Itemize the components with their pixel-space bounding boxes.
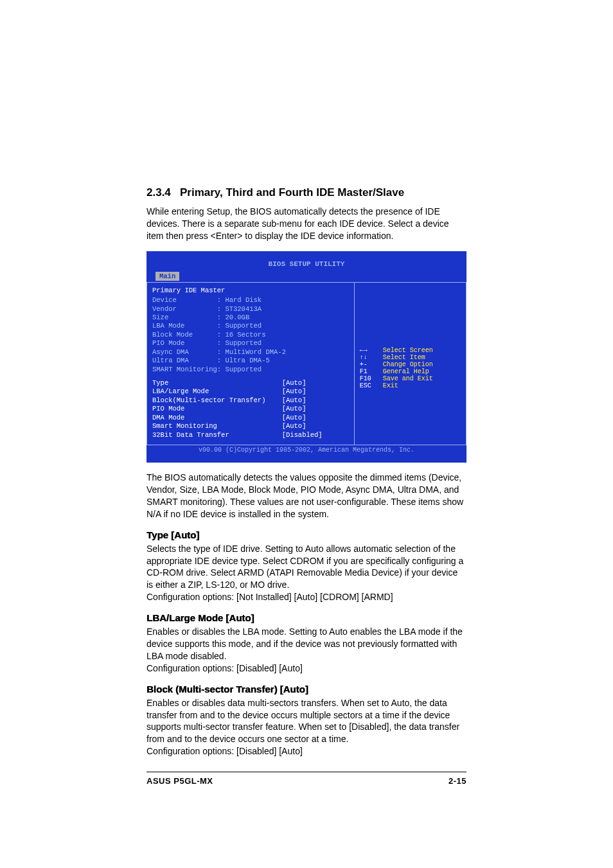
section-number: 2.3.4 <box>147 186 171 199</box>
bios-help-list: ←→ Select Screen↑↓ Select Item+- Change … <box>360 347 461 389</box>
bios-option-row: DMA Mode [Auto] <box>152 414 349 422</box>
bios-option-row: Block(Multi-sector Transfer) [Auto] <box>152 396 349 405</box>
bios-title-bar: BIOS SETUP UTILITY <box>147 260 466 269</box>
bios-info-row: LBA Mode : Supported <box>152 322 349 330</box>
option-title: Block (Multi-sector Transfer) [Auto] <box>147 684 466 695</box>
bios-info-row: Ultra DMA : Ultra DMA-5 <box>152 357 349 365</box>
after-bios-paragraph: The BIOS automatically detects the value… <box>147 472 466 520</box>
bios-help-key: F1 <box>360 368 383 375</box>
bios-info-row: PIO Mode : Supported <box>152 339 349 348</box>
bios-help-desc: Change Option <box>383 361 433 368</box>
page: 2.3.4 Primary, Third and Fourth IDE Mast… <box>0 0 613 786</box>
footer-right: 2-15 <box>449 776 466 786</box>
bios-help-row: ESC Exit <box>360 382 461 389</box>
bios-copyright: v00.00 (C)Copyright 1985-2002, American … <box>147 445 466 454</box>
bios-help-row: ↑↓ Select Item <box>360 354 461 361</box>
option-body: Selects the type of IDE drive. Setting t… <box>147 543 466 603</box>
bios-help-desc: Exit <box>383 382 398 389</box>
bios-info-row: Device : Hard Disk <box>152 296 349 305</box>
bios-info-row: Vendor : ST320413A <box>152 305 349 314</box>
page-footer: ASUS P5GL-MX 2-15 <box>147 772 466 786</box>
footer-left: ASUS P5GL-MX <box>147 776 213 786</box>
bios-info-row: Async DMA : MultiWord DMA-2 <box>152 348 349 357</box>
bios-help-row: +- Change Option <box>360 361 461 368</box>
bios-info-row: SMART Monitoring: Supported <box>152 366 349 374</box>
options-container: Type [Auto]Selects the type of IDE drive… <box>147 529 466 757</box>
intro-paragraph: While entering Setup, the BIOS automatic… <box>147 206 466 242</box>
bios-help-row: F10 Save and Exit <box>360 375 461 382</box>
bios-right-panel: ←→ Select Screen↑↓ Select Item+- Change … <box>355 282 466 445</box>
option-body: Enables or disables data multi-sectors t… <box>147 697 466 757</box>
bios-help-key: F10 <box>360 375 383 382</box>
bios-option-row: Smart Monitoring [Auto] <box>152 422 349 430</box>
bios-help-row: ←→ Select Screen <box>360 347 461 354</box>
bios-option-row: 32Bit Data Transfer [Disabled] <box>152 431 349 439</box>
bios-tab-row: Main <box>147 269 466 282</box>
bios-option-row: PIO Mode [Auto] <box>152 405 349 413</box>
bios-help-key: ↑↓ <box>360 354 383 361</box>
bios-help-key: ESC <box>360 382 383 389</box>
bios-option-row: LBA/Large Mode [Auto] <box>152 387 349 396</box>
section-heading: 2.3.4 Primary, Third and Fourth IDE Mast… <box>147 186 466 199</box>
section-title-text: Primary, Third and Fourth IDE Master/Sla… <box>180 186 404 199</box>
bios-help-row: F1 General Help <box>360 368 461 375</box>
bios-option-list: Type [Auto]LBA/Large Mode [Auto]Block(Mu… <box>152 379 349 439</box>
bios-panel-title: Primary IDE Master <box>152 287 349 295</box>
bios-body: Primary IDE Master Device : Hard DiskVen… <box>147 282 466 445</box>
bios-info-row: Size : 20.0GB <box>152 314 349 322</box>
option-body: Enables or disables the LBA mode. Settin… <box>147 626 466 675</box>
bios-help-desc: Save and Exit <box>383 375 433 382</box>
bios-help-key: ←→ <box>360 347 383 354</box>
bios-screenshot: BIOS SETUP UTILITY Main Primary IDE Mast… <box>147 251 466 463</box>
bios-help-key: +- <box>360 361 383 368</box>
option-title: Type [Auto] <box>147 529 466 540</box>
bios-left-panel: Primary IDE Master Device : Hard DiskVen… <box>147 282 355 445</box>
bios-help-desc: Select Item <box>383 354 425 361</box>
bios-tab-main: Main <box>155 272 179 281</box>
bios-info-row: Block Mode : 16 Sectors <box>152 331 349 339</box>
option-title: LBA/Large Mode [Auto] <box>147 612 466 623</box>
bios-info-list: Device : Hard DiskVendor : ST320413ASize… <box>152 296 349 374</box>
bios-option-row: Type [Auto] <box>152 379 349 387</box>
bios-help-desc: General Help <box>383 368 429 375</box>
bios-help-desc: Select Screen <box>383 347 433 354</box>
